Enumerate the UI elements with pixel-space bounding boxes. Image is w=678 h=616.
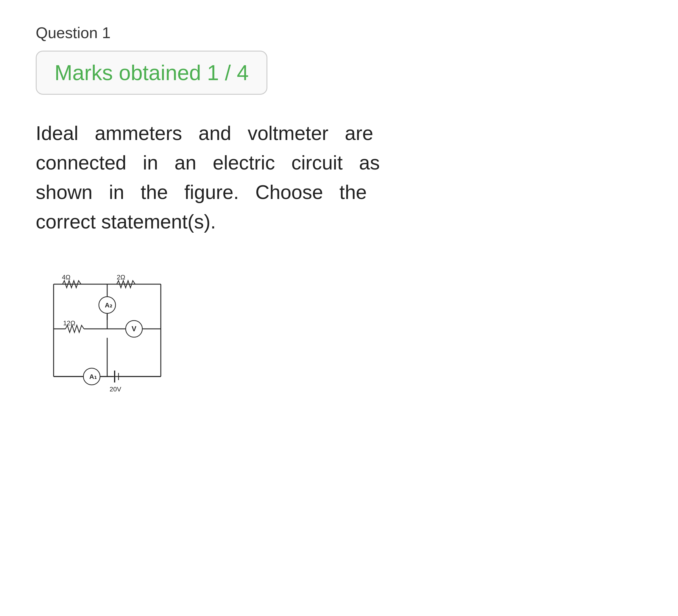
page-container: Question 1 Marks obtained 1 / 4 Ideal am…: [36, 24, 642, 404]
svg-text:V: V: [131, 325, 137, 333]
marks-box: Marks obtained 1 / 4: [36, 51, 267, 95]
circuit-svg: 4Ω 2Ω A₂ 12Ω: [36, 260, 191, 403]
svg-text:12Ω: 12Ω: [63, 319, 75, 327]
svg-text:A₁: A₁: [89, 373, 97, 381]
svg-text:A₂: A₂: [105, 301, 112, 309]
svg-text:20V: 20V: [110, 386, 121, 393]
question-body: Ideal ammeters and voltmeter are connect…: [36, 118, 642, 237]
question-label: Question 1: [36, 24, 642, 42]
circuit-diagram: 4Ω 2Ω A₂ 12Ω: [36, 260, 191, 404]
marks-text: Marks obtained 1 / 4: [54, 61, 249, 84]
svg-text:2Ω: 2Ω: [117, 274, 125, 281]
